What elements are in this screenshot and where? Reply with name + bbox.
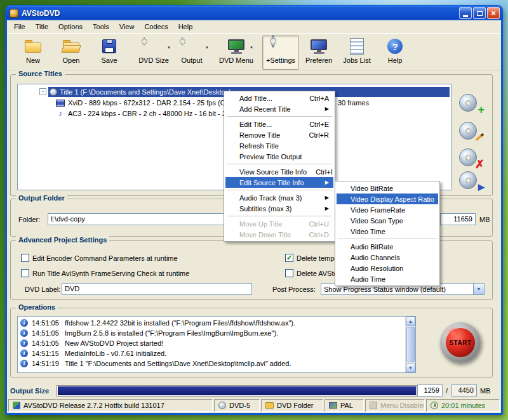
minimize-button[interactable]: [459, 7, 472, 19]
context-menu: Add Title... Ctrl+A Add Recent Title ▶ E…: [224, 91, 335, 242]
free-space-field: 11659: [440, 213, 476, 225]
operations-log[interactable]: i 14:51:05 ffdshow 1.2.4422 32bit is ins…: [17, 316, 416, 373]
status-release: AVStoDVD Release 2.7.2 Hotfix build 1310…: [8, 399, 213, 412]
submenu-item-video-scan-type[interactable]: Video Scan Type: [337, 215, 438, 226]
dvd-label-input[interactable]: DVD: [62, 283, 252, 295]
menu-item-move-up-title: Move Up Title Ctrl+U: [225, 218, 333, 229]
remove-title-button[interactable]: ✗: [457, 146, 486, 170]
menu-item-remove-title[interactable]: Remove Title Ctrl+R: [225, 129, 333, 140]
new-button[interactable]: New: [15, 36, 51, 70]
clock-icon: [431, 402, 438, 409]
close-icon: ×: [491, 9, 496, 17]
menu-item-refresh-title[interactable]: Refresh Title: [225, 140, 333, 151]
chevron-down-icon: ▼: [477, 287, 481, 291]
menu-file[interactable]: File: [9, 21, 30, 32]
dvd-edit-icon: [459, 122, 477, 140]
title-bar[interactable]: AVStoDVD ×: [6, 6, 502, 20]
start-button[interactable]: START: [440, 322, 481, 363]
scroll-down-button[interactable]: ▼: [406, 363, 415, 372]
operations-scrollbar[interactable]: ▲ ▼: [405, 317, 415, 372]
dvd-size-button[interactable]: ▼ DVD Size: [135, 36, 172, 70]
submenu-arrow-icon: ▶: [325, 206, 329, 211]
menu-item-edit-source-title-info[interactable]: Edit Source Title Info ▶: [225, 177, 333, 188]
app-status-icon: [13, 402, 20, 409]
preview-title-button[interactable]: ▶: [457, 169, 486, 193]
dvd-title-icon: [50, 88, 57, 96]
progress-fill: [58, 386, 416, 395]
size-divider: /: [446, 387, 448, 395]
avisynth-check-checkbox[interactable]: Run Title AviSynth FrameServing Check at…: [21, 269, 189, 277]
menu-item-preview-title-output[interactable]: Preview Title Output: [225, 151, 333, 162]
checkbox-icon: [21, 269, 29, 277]
menu-codecs[interactable]: Codecs: [139, 21, 173, 32]
menu-separator: [227, 216, 332, 216]
help-button[interactable]: ? Help: [377, 36, 413, 70]
submenu-item-audio-bitrate[interactable]: Audio BitRate: [337, 241, 438, 252]
help-icon: ?: [385, 37, 405, 55]
info-icon: i: [20, 360, 28, 367]
menu-item-subtitles[interactable]: Subtitles (max 3) ▶: [225, 203, 333, 214]
output-size-current: 1259: [417, 384, 443, 397]
submenu-item-audio-time[interactable]: Audio Time: [337, 273, 438, 284]
save-button[interactable]: Save: [91, 36, 128, 70]
chevron-down-icon[interactable]: ▼: [250, 46, 253, 49]
info-icon: i: [20, 350, 28, 357]
close-button[interactable]: ×: [487, 7, 500, 19]
info-icon: i: [20, 319, 28, 327]
dvd-menu-icon: [226, 37, 246, 55]
menu-item-edit-title[interactable]: Edit Title... Ctrl+E: [225, 119, 333, 129]
scroll-up-button[interactable]: ▲: [406, 317, 415, 326]
operations-group: Operations i 14:51:05 ffdshow 1.2.4422 3…: [10, 308, 493, 377]
window-title: AVStoDVD: [22, 9, 459, 18]
advanced-settings-label: Advanced Project Settings: [16, 236, 109, 244]
submenu-item-audio-resolution[interactable]: Audio Resolution: [337, 263, 438, 273]
menu-item-add-title[interactable]: Add Title... Ctrl+A: [225, 93, 333, 103]
preferences-button[interactable]: Preferen: [300, 36, 337, 70]
edit-title-button[interactable]: [457, 119, 486, 143]
menu-tools[interactable]: Tools: [88, 21, 114, 32]
open-button[interactable]: Open: [53, 36, 90, 70]
chevron-down-icon[interactable]: ▼: [167, 46, 171, 49]
maximize-button[interactable]: [473, 7, 486, 19]
menu-view[interactable]: View: [114, 21, 140, 32]
encoder-params-checkbox[interactable]: Edit Encoder Command Parameters at runti…: [21, 254, 178, 262]
submenu-item-video-display-aspect-ratio[interactable]: Video Display Aspect Ratio: [337, 194, 438, 204]
menu-item-add-recent-title[interactable]: Add Recent Title ▶: [225, 103, 333, 114]
menu-help[interactable]: Help: [173, 21, 198, 32]
menu-separator: [338, 239, 437, 239]
jobs-list-button[interactable]: Jobs List: [338, 36, 375, 70]
menu-bar: File Title Options Tools View Codecs Hel…: [7, 20, 501, 33]
settings-button[interactable]: +Settings: [262, 36, 299, 70]
dvd-menu-button[interactable]: ▼ DVD Menu: [218, 36, 255, 70]
collapse-icon[interactable]: -: [39, 88, 46, 95]
menu-item-audio-track[interactable]: Audio Track (max 3) ▶: [225, 192, 333, 203]
pal-icon: [329, 402, 337, 409]
checkbox-icon: [285, 269, 293, 277]
desktop: { "colors": { "titlebar_blue": "#0a5ad6"…: [0, 0, 508, 420]
submenu-item-audio-channels[interactable]: Audio Channels: [337, 252, 438, 263]
add-title-button[interactable]: +: [457, 91, 486, 115]
output-button[interactable]: ▼ Output: [173, 36, 210, 70]
dropdown-button[interactable]: ▼: [473, 284, 484, 294]
info-icon: i: [20, 329, 28, 337]
output-size-unit: MB: [480, 387, 491, 395]
app-icon: [10, 9, 18, 18]
status-bar: AVStoDVD Release 2.7.2 Hotfix build 1310…: [7, 398, 501, 413]
submenu-item-video-time[interactable]: Video Time: [337, 226, 438, 237]
menu-options[interactable]: Options: [53, 21, 88, 32]
dvd-label-label: DVD Label:: [25, 285, 60, 293]
submenu-item-video-bitrate[interactable]: Video BitRate: [337, 183, 438, 194]
toolbar: New Open Save ▼ DVD Size ▼ Output ▼ DVD …: [7, 33, 501, 70]
submenu-item-video-framerate[interactable]: Video FrameRate: [337, 204, 438, 215]
status-pal: PAL: [324, 399, 364, 412]
dvd-folder-icon: [265, 402, 274, 409]
dvd-add-icon: [459, 94, 477, 112]
menu-item-view-source-title-info[interactable]: View Source Title Info Ctrl+I: [225, 166, 333, 177]
log-row: i 14:51:05 New AVStoDVD Project started!: [20, 338, 163, 348]
scrollbar-thumb[interactable]: [406, 327, 415, 362]
chevron-down-icon[interactable]: ▼: [205, 46, 209, 49]
video-row-tail-text: 30 frames: [338, 99, 369, 107]
menu-title[interactable]: Title: [30, 21, 53, 32]
output-size-total: 4450: [451, 384, 477, 397]
audio-row-text: AC3 - 224 kbps - CBR - 2 ch - 48000 Hz -…: [68, 110, 226, 117]
